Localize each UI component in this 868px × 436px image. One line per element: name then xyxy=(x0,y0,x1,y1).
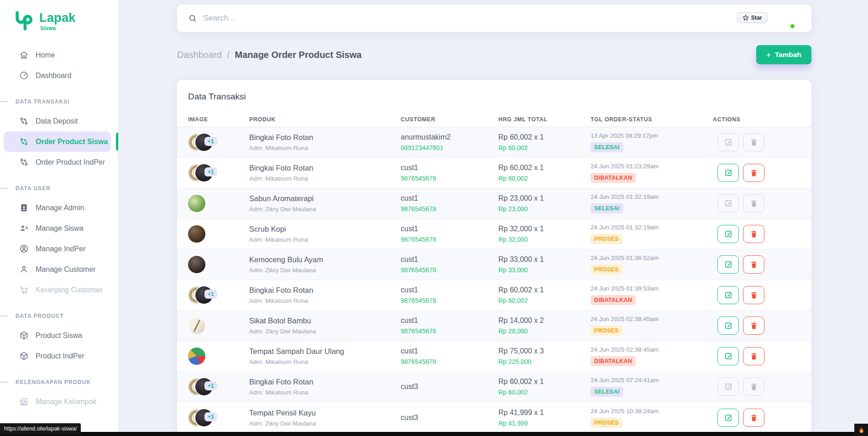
order-date: 24 Jun 2025 01:32:19am xyxy=(591,193,713,200)
more-images-badge: +1 xyxy=(204,167,217,176)
product-image xyxy=(188,195,205,212)
customer-phone: 9876545678 xyxy=(401,175,498,182)
edit-button[interactable] xyxy=(717,225,739,243)
product-name: Tempat Sampah Daur Ulang xyxy=(249,347,401,356)
product-name: Bingkai Foto Rotan xyxy=(249,378,401,386)
search-input[interactable] xyxy=(204,14,395,23)
customer-name: cust3 xyxy=(401,414,498,422)
sidebar-item-label: Home xyxy=(36,51,55,59)
brand-subtitle: Siswa xyxy=(40,25,76,31)
card-title: Data Transaksi xyxy=(177,80,811,102)
user-circle-icon xyxy=(19,244,29,254)
price-total: Rp 60,002 xyxy=(498,389,591,396)
sidebar-item-order-product-siswa[interactable]: Order Product Siswa xyxy=(4,131,111,152)
delete-button[interactable] xyxy=(743,409,764,427)
product-name: Kemoceng Bulu Ayam xyxy=(249,255,401,264)
product-images: +1 xyxy=(188,377,220,396)
status-badge: PROSES xyxy=(591,418,622,428)
flame-indicator[interactable] xyxy=(854,424,868,436)
section-label: DATA TRANSAKSI xyxy=(16,99,69,105)
sidebar-item-data-deposit[interactable]: Data Deposit xyxy=(4,111,112,131)
delete-button[interactable] xyxy=(743,164,764,182)
breadcrumb: Dashboard / Manage Order Product Siswa xyxy=(177,50,361,60)
product-admin: Adm: Mikatsum Runa xyxy=(249,236,401,243)
topbar: Star xyxy=(177,5,811,32)
delete-button[interactable] xyxy=(743,255,764,274)
transaction-icon xyxy=(19,116,29,126)
customer-phone: 9876545678 xyxy=(401,297,498,304)
sidebar-item-manage-indper[interactable]: Manage IndPer xyxy=(4,239,112,259)
section-label: KELENGKAPAN PRODUK xyxy=(16,379,91,385)
edit-button[interactable] xyxy=(717,317,739,335)
sidebar-item-label: Keranjang Customer xyxy=(36,286,103,294)
customer-name: cust1 xyxy=(401,255,498,264)
package-icon xyxy=(19,331,29,340)
price-qty: Rp 60,002 x 1 xyxy=(498,378,591,386)
customer-name: cust1 xyxy=(401,317,498,325)
sidebar-item-product-indper[interactable]: Product IndPer xyxy=(4,346,112,366)
status-badge: DIBATALKAN xyxy=(591,295,636,305)
sidebar-item-dashboard[interactable]: Dashboard xyxy=(4,65,112,86)
product-image xyxy=(188,348,205,365)
status-badge: DIBATALKAN xyxy=(591,356,636,366)
edit-button[interactable] xyxy=(717,164,739,182)
sidebar-item-manage-admin[interactable]: Manage Admin xyxy=(4,197,112,218)
edit-button[interactable] xyxy=(717,286,739,304)
table-header-row: IMAGEPRODUKCUSTOMERHRG JML TOTALTGL ORDE… xyxy=(177,112,811,127)
sidebar: Lapak Siswa HomeDashboardDATA TRANSAKSID… xyxy=(0,0,119,436)
delete-button[interactable] xyxy=(743,225,764,243)
edit-button[interactable] xyxy=(717,255,739,274)
edit-button[interactable] xyxy=(717,409,739,427)
order-date: 24 Jun 2025 02:38:45am xyxy=(591,316,713,322)
edit-button xyxy=(717,194,739,213)
customer-name: cust1 xyxy=(401,225,498,233)
section-label: DATA USER xyxy=(16,185,51,192)
price-qty: Rp 33,000 x 1 xyxy=(498,255,591,264)
delete-button[interactable] xyxy=(743,286,764,304)
section-dash xyxy=(0,382,7,383)
delete-button xyxy=(743,378,764,396)
status-badge: PROSES xyxy=(591,234,622,244)
customer-phone: 9876545678 xyxy=(401,327,498,335)
edit-button[interactable] xyxy=(717,347,739,365)
tambah-label: Tambah xyxy=(775,51,801,59)
order-date: 24 Jun 2025 01:39:53am xyxy=(591,285,713,292)
sidebar-item-label: Order Product Siswa xyxy=(36,138,108,146)
main-content: Star Dashboard / Manage Order Product Si… xyxy=(119,0,868,436)
column-header-produk: PRODUK xyxy=(249,116,401,123)
sidebar-item-manage-customer[interactable]: Manage Customer xyxy=(4,259,112,280)
table-row: Sikat Botol Bambu Adm: Zikry Dwi Maulana… xyxy=(177,311,811,341)
delete-button[interactable] xyxy=(743,347,764,365)
star-icon xyxy=(743,15,749,21)
status-badge: PROSES xyxy=(591,265,622,275)
product-images: +1 xyxy=(188,133,220,152)
product-admin: Adm: Zikry Dwi Maulana xyxy=(249,328,401,335)
brand-logo[interactable]: Lapak Siswa xyxy=(0,0,118,44)
table-row: Sabun Aromaterapi Adm: Zikry Dwi Maulana… xyxy=(177,188,811,219)
sidebar-item-label: Manage Kelompok xyxy=(36,398,96,406)
tambah-button[interactable]: + Tambah xyxy=(756,45,811,64)
lapak-logo-icon xyxy=(14,10,35,33)
search-wrap xyxy=(188,14,800,23)
product-admin: Adm: Zikry Dwi Maulana xyxy=(249,206,401,213)
delete-button xyxy=(743,194,764,213)
sidebar-item-manage-siswa[interactable]: Manage Siswa xyxy=(4,218,112,239)
breadcrumb-parent[interactable]: Dashboard xyxy=(177,50,222,60)
cart-icon xyxy=(19,285,29,295)
product-admin: Adm: Mikatsum Runa xyxy=(249,358,401,365)
sidebar-item-manage-kelompok: Manage Kelompok xyxy=(4,391,112,412)
sidebar-item-product-siswa[interactable]: Product Siswa xyxy=(4,325,112,346)
brand-name: Lapak xyxy=(39,12,76,24)
table-row: Scrub Kopi Adm: Mikatsum Runa cust1 9876… xyxy=(177,219,811,249)
star-button[interactable]: Star xyxy=(737,12,768,23)
table-row: Kemoceng Bulu Ayam Adm: Zikry Dwi Maulan… xyxy=(177,249,811,280)
customer-name: anurmustakim2 xyxy=(401,133,498,141)
customer-phone: 9876545678 xyxy=(401,266,498,274)
price-total: Rp 32,000 xyxy=(498,236,591,243)
order-date: 24 Jun 2025 10:38:24am xyxy=(591,408,713,415)
delete-button[interactable] xyxy=(743,317,764,335)
price-total: Rp 23,000 xyxy=(498,205,591,213)
sidebar-item-home[interactable]: Home xyxy=(4,45,112,65)
section-label: DATA PRODUCT xyxy=(16,313,64,319)
sidebar-item-order-product-indper[interactable]: Order Product IndPer xyxy=(4,152,112,172)
